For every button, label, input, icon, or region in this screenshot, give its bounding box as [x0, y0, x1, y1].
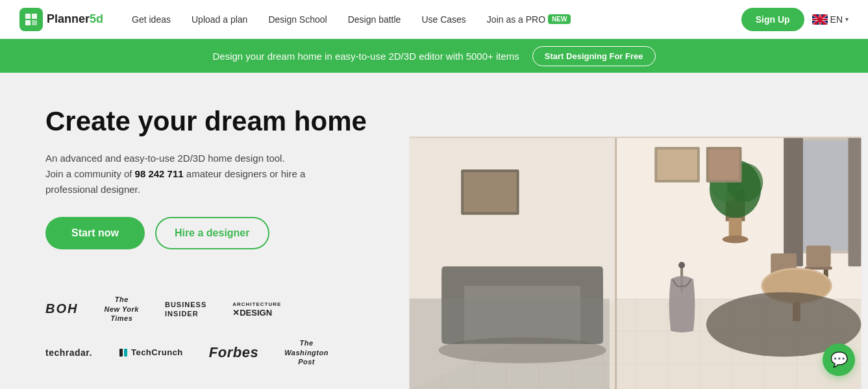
nav-design-battle[interactable]: Design battle [339, 9, 410, 30]
header: Planner5d Get ideas Upload a plan Design… [0, 0, 868, 39]
svg-rect-24 [709, 149, 739, 180]
hero-buttons: Start now Hire a designer [45, 217, 370, 249]
svg-rect-19 [729, 218, 742, 238]
svg-rect-22 [657, 149, 697, 180]
press-wp: TheWashingtonPost [284, 338, 329, 366]
press-ad: ARCHITECTURE✕DESIGN [232, 299, 281, 319]
hero-left: Create your dream home An advanced and e… [0, 73, 403, 389]
press-section: BOH TheNew YorkTimes BUSINESSINSIDER ARC… [45, 295, 370, 382]
chat-button[interactable]: 💬 [823, 344, 855, 376]
signup-button[interactable]: Sign Up [741, 8, 804, 31]
nav-use-cases[interactable]: Use Cases [412, 9, 475, 30]
chat-icon: 💬 [830, 351, 848, 368]
hero-image [403, 73, 868, 389]
chevron-down-icon: ▾ [845, 16, 849, 23]
svg-rect-3 [32, 20, 37, 25]
hero-title: Create your dream home [45, 105, 370, 138]
svg-point-20 [723, 235, 749, 243]
svg-rect-0 [25, 14, 31, 19]
banner-text: Design your dream home in easy-to-use 2D… [212, 51, 519, 62]
svg-marker-48 [410, 299, 610, 389]
nav-upload-plan[interactable]: Upload a plan [182, 9, 256, 30]
svg-rect-13 [784, 137, 803, 266]
svg-rect-6 [124, 349, 127, 357]
press-row-2: techradar. TechCrunch Forbes TheWashingt… [45, 338, 370, 366]
hire-designer-button[interactable]: Hire a designer [155, 217, 269, 249]
press-techcrunch: TechCrunch [118, 347, 183, 358]
hero-description: An advanced and easy-to-use 2D/3D home d… [45, 151, 357, 197]
lang-code: EN [830, 14, 843, 25]
banner-cta-button[interactable]: Start Designing For Free [532, 46, 656, 66]
logo-text: Planner5d [47, 12, 103, 26]
room-illustration [403, 73, 868, 389]
press-nyt: TheNew YorkTimes [104, 295, 139, 323]
hero-section: Create your dream home An advanced and e… [0, 73, 868, 389]
press-forbes: Forbes [209, 344, 258, 361]
svg-rect-5 [119, 349, 123, 357]
svg-rect-4 [812, 14, 828, 25]
logo[interactable]: Planner5d [19, 8, 103, 31]
press-boh: BOH [45, 301, 78, 316]
svg-rect-38 [441, 266, 602, 286]
press-techradar: techradar. [45, 347, 92, 358]
techcrunch-icon [118, 347, 129, 358]
nav-join-pro[interactable]: Join as a PRO NEW [478, 9, 580, 30]
start-now-button[interactable]: Start now [45, 217, 145, 249]
main-nav: Get ideas Upload a plan Design School De… [123, 9, 741, 30]
svg-rect-44 [464, 172, 516, 212]
language-selector[interactable]: EN ▾ [812, 14, 849, 25]
logo-icon [19, 8, 43, 31]
svg-rect-14 [848, 137, 861, 266]
header-right: Sign Up EN ▾ [741, 8, 849, 31]
svg-rect-29 [806, 245, 831, 266]
nav-design-school[interactable]: Design School [259, 9, 336, 30]
flag-icon [812, 14, 828, 25]
nav-get-ideas[interactable]: Get ideas [123, 9, 180, 30]
press-row-1: BOH TheNew YorkTimes BUSINESSINSIDER ARC… [45, 295, 370, 323]
svg-rect-2 [25, 20, 31, 25]
promo-banner: Design your dream home in easy-to-use 2D… [0, 39, 868, 73]
svg-rect-1 [32, 14, 37, 19]
press-bi: BUSINESSINSIDER [165, 300, 206, 319]
pro-badge: NEW [548, 14, 571, 24]
svg-point-42 [678, 262, 685, 268]
